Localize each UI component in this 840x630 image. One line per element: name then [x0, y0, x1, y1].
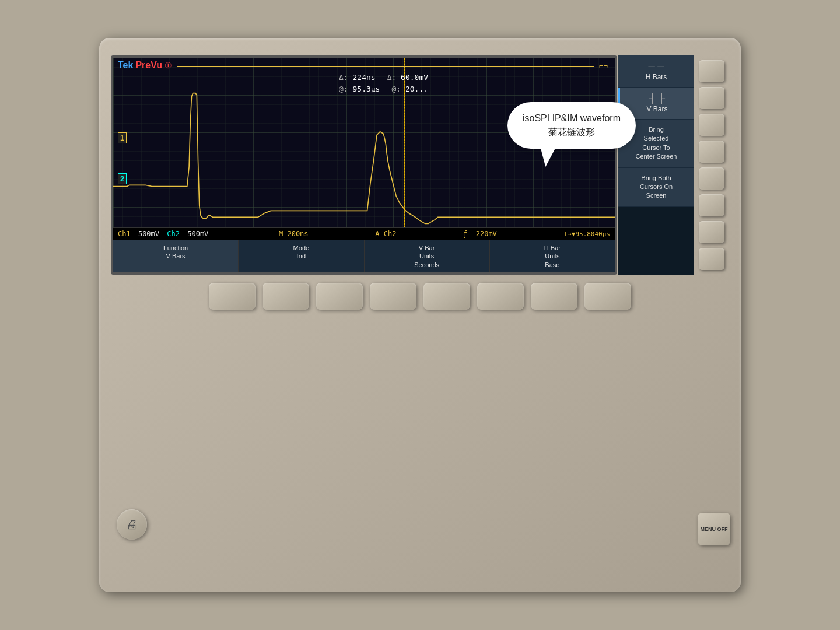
right-btn-7[interactable]	[699, 221, 724, 243]
v-bars-icon: ┤ ├	[646, 93, 667, 104]
delta-t-label: Δ:	[339, 73, 352, 82]
bottom-btn-6[interactable]	[477, 283, 524, 310]
screen-status-bar: Ch1 500mV Ch2 500mV M 200ns A Ch2 ƒ -220…	[113, 228, 615, 240]
screen-and-side: Tek PreVu ① ⌐¬ Δ: 224ns	[111, 55, 729, 275]
measurements-box: Δ: 224ns Δ: 60.0mV @:	[339, 72, 428, 94]
at-t-row: @: 95.3μs	[339, 83, 380, 95]
bracket-marker: ⌐¬	[599, 61, 608, 70]
right-btn-3[interactable]	[699, 114, 724, 136]
bottom-btn-7[interactable]	[531, 283, 578, 310]
h-bars-label: H Bars	[646, 73, 667, 81]
at-v-row: @: 20...	[391, 83, 428, 95]
menu-off-button[interactable]: MENU OFF	[698, 513, 730, 545]
v-bars-label: V Bars	[646, 105, 667, 113]
right-btn-8[interactable]	[699, 248, 724, 270]
at-v-value: 20...	[405, 85, 428, 93]
bottom-buttons-row	[111, 283, 729, 310]
function-bar: Function V Bars Mode Ind V Bar Units Sec…	[113, 240, 615, 272]
func-btn-3[interactable]: V Bar Units Seconds	[365, 240, 490, 272]
func-btn-4[interactable]: H Bar Units Base	[490, 240, 615, 272]
status-timebase: M 200ns	[279, 230, 309, 238]
ch2-label: 2	[118, 173, 127, 184]
bottom-btn-3[interactable]	[316, 283, 363, 310]
ch1-scale-value: 500mV	[138, 230, 159, 238]
at-t-value: 95.3μs	[352, 85, 380, 93]
at-v-label: @:	[391, 85, 405, 93]
trigger-icon: ①	[164, 61, 172, 70]
right-side-buttons	[694, 55, 729, 275]
delta-v-value: 60.0mV	[401, 73, 428, 82]
status-timestamp: T→▼95.8040μs	[564, 230, 610, 238]
side-menu-h-bars[interactable]: ─ ─ H Bars	[618, 55, 694, 88]
right-btn-1[interactable]	[699, 60, 724, 82]
h-bars-icon: ─ ─	[646, 61, 667, 72]
cursor-line-1	[264, 69, 264, 228]
print-button[interactable]: 🖨	[117, 509, 147, 540]
right-btn-5[interactable]	[699, 167, 724, 190]
status-ch1: Ch1 500mV Ch2 500mV	[118, 230, 212, 238]
ch1-label: 1	[118, 132, 127, 144]
header-line	[177, 66, 594, 67]
mode-label: PreVu	[135, 60, 162, 71]
delta-v-label: Δ:	[387, 73, 401, 82]
speech-bubble: isoSPI IP&IM waveform 菊花链波形	[508, 102, 636, 149]
delta-t-value: 224ns	[352, 73, 375, 82]
right-btn-4[interactable]	[699, 141, 724, 163]
delta-t-row: Δ: 224ns	[339, 72, 376, 83]
ch1-scale-label: Ch1	[118, 230, 131, 238]
bottom-btn-2[interactable]	[262, 283, 309, 310]
func-btn-1[interactable]: Function V Bars	[113, 240, 239, 272]
at-t-label: @:	[339, 85, 352, 93]
right-btn-6[interactable]	[699, 194, 724, 216]
bottom-btn-5[interactable]	[424, 283, 470, 310]
svg-line-0	[460, 212, 524, 228]
side-panel-spacer	[618, 207, 694, 275]
brand-label: Tek	[118, 60, 133, 71]
right-btn-2[interactable]	[699, 87, 724, 109]
bottom-btn-8[interactable]	[584, 283, 631, 310]
ch2-scale-label: Ch2	[167, 230, 180, 238]
bottom-btn-1[interactable]	[209, 283, 256, 310]
status-trigger: A Ch2	[375, 230, 396, 238]
oscilloscope-body: isoSPI IP&IM waveform 菊花链波形 Tek PreVu ①	[99, 38, 741, 592]
status-trigger-level: ƒ -220mV	[463, 230, 497, 238]
func-btn-2[interactable]: Mode Ind	[239, 240, 364, 272]
delta-v-row: Δ: 60.0mV	[387, 72, 428, 83]
side-panel: ─ ─ H Bars ┤ ├ V Bars BringSelectedCurso…	[618, 55, 694, 275]
ch2-scale-value: 500mV	[187, 230, 208, 238]
menu-off-label: MENU OFF	[701, 526, 728, 532]
speech-bubble-text: isoSPI IP&IM waveform 菊花链波形	[523, 113, 621, 137]
bring-both-label: Bring BothCursors OnScreen	[640, 174, 673, 201]
screen-wrapper: isoSPI IP&IM waveform 菊花链波形 Tek PreVu ①	[111, 55, 729, 275]
screen-header: Tek PreVu ① ⌐¬	[118, 60, 610, 71]
bring-cursor-label: BringSelectedCursor ToCenter Screen	[636, 125, 677, 162]
side-menu-bring-both[interactable]: Bring BothCursors OnScreen	[618, 168, 694, 207]
print-icon: 🖨	[126, 518, 138, 531]
bottom-btn-4[interactable]	[370, 283, 416, 310]
